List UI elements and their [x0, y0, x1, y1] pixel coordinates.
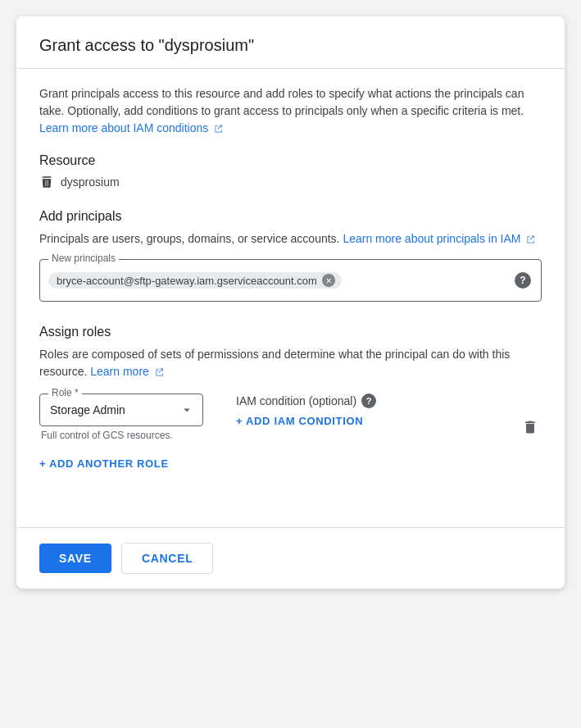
iam-condition-help-icon[interactable]: ? — [361, 394, 376, 408]
external-link-icon-2 — [526, 234, 536, 244]
iam-condition-label: IAM condition (optional) — [236, 394, 356, 407]
dialog-title: Grant access to "dysprosium" — [39, 36, 542, 55]
iam-condition-header: IAM condition (optional) ? — [236, 394, 376, 408]
role-select-display[interactable]: Storage Admin — [40, 396, 202, 424]
chip-close-button[interactable]: ✕ — [322, 274, 335, 287]
save-button[interactable]: SAVE — [39, 544, 111, 573]
role-row: Role * Storage Admin Full control of GCS… — [39, 394, 376, 441]
bucket-icon — [39, 175, 54, 189]
principal-chip: bryce-account@sftp-gateway.iam.gservicea… — [48, 272, 342, 289]
role-select-outer: Role * Storage Admin — [39, 394, 203, 426]
resource-name: dysprosium — [61, 175, 120, 189]
role-row-wrapper: Role * Storage Admin Full control of GCS… — [39, 394, 542, 446]
dialog-description: Grant principals access to this resource… — [39, 85, 542, 137]
principals-iam-link[interactable]: Learn more about principals in IAM — [343, 232, 536, 245]
external-link-icon — [214, 124, 224, 134]
role-hint: Full control of GCS resources. — [39, 430, 203, 441]
trash-icon — [522, 419, 538, 435]
assign-roles-section: Assign roles Roles are composed of sets … — [39, 325, 542, 475]
dialog-header: Grant access to "dysprosium" — [16, 16, 565, 69]
resource-row: dysprosium — [39, 175, 542, 189]
principals-section: Add principals Principals are users, gro… — [39, 209, 542, 302]
role-field-label: Role * — [48, 387, 82, 398]
dialog-footer: SAVE CANCEL — [16, 528, 565, 589]
resource-label: Resource — [39, 153, 542, 168]
chip-value: bryce-account@sftp-gateway.iam.gservicea… — [57, 275, 317, 287]
add-principals-heading: Add principals — [39, 209, 542, 224]
iam-condition-col: IAM condition (optional) ? + ADD IAM CON… — [236, 394, 376, 427]
role-field: Role * Storage Admin Full control of GCS… — [39, 394, 203, 441]
new-principals-input[interactable]: New principals bryce-account@sftp-gatewa… — [39, 259, 542, 302]
dialog-body: Grant principals access to this resource… — [16, 69, 565, 511]
principals-help-icon[interactable]: ? — [515, 272, 531, 289]
delete-role-button[interactable] — [519, 416, 542, 439]
new-principals-label: New principals — [48, 253, 119, 264]
grant-access-dialog: Grant access to "dysprosium" Grant princ… — [16, 16, 565, 589]
assign-roles-learn-more-link[interactable]: Learn more — [90, 365, 164, 378]
assign-roles-heading: Assign roles — [39, 325, 542, 339]
add-another-role-button[interactable]: + ADD ANOTHER ROLE — [39, 453, 169, 475]
cancel-button[interactable]: CANCEL — [121, 543, 214, 574]
iam-conditions-link[interactable]: Learn more about IAM conditions — [39, 121, 224, 134]
assign-roles-description: Roles are composed of sets of permission… — [39, 346, 542, 380]
add-iam-condition-button[interactable]: + ADD IAM CONDITION — [236, 415, 376, 427]
principals-description: Principals are users, groups, domains, o… — [39, 230, 542, 248]
resource-section: Resource dysprosium — [39, 153, 542, 189]
external-link-icon-3 — [155, 367, 165, 377]
